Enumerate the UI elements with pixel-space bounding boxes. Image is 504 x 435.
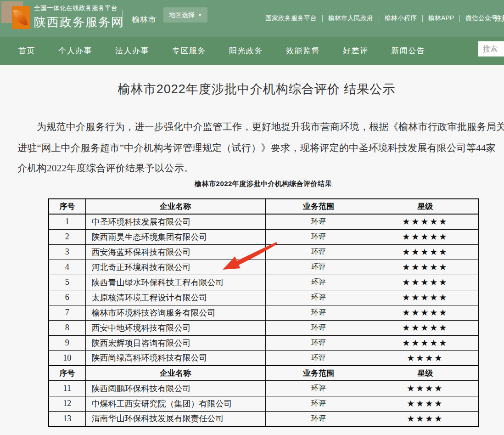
company-name: 榆林市环境科技咨询服务有限公司 (85, 305, 265, 320)
star-rating: ★★★★★ (372, 214, 479, 229)
row-index: 4 (49, 260, 85, 275)
announcement-paragraph-line: 介机构2022年度综合评价结果予以公示。 (17, 162, 194, 175)
logo-front-square (12, 6, 30, 29)
column-header: 业务范围 (265, 199, 372, 214)
link-separator (379, 15, 379, 22)
company-name: 陕西雨昊生态环境集团有限公司 (85, 229, 265, 244)
row-index: 13 (49, 411, 85, 426)
nav-item-3[interactable]: 法人办事 (115, 45, 149, 56)
site-logo[interactable] (1, 1, 31, 30)
column-header: 企业名称 (85, 366, 265, 381)
column-header: 业务范围 (265, 366, 372, 381)
star-rating: ★★★★ (372, 396, 479, 411)
company-name: 渭南华山环保科技发展有限责任公司 (85, 411, 265, 426)
business-scope: 环评 (265, 244, 372, 260)
region-select-label: 地区选择 (169, 11, 195, 19)
star-rating: ★★★★★ (372, 290, 479, 305)
table-row: 7榆林市环境科技咨询服务有限公司环评★★★★★ (49, 305, 479, 320)
business-scope: 环评 (265, 275, 372, 290)
table-row: 12中煤科工西安研究院（集团）有限公司环评★★★★ (49, 396, 479, 411)
nav-item-6[interactable]: 效能监督 (286, 45, 320, 56)
main-nav: 首页个人办事法人办事专区服务阳光政务效能监督好差评新闻公告 (0, 37, 504, 65)
table-row: 2陕西雨昊生态环境集团有限公司环评★★★★★ (49, 229, 479, 244)
results-table: 序号企业名称业务范围星级1中圣环境科技发展有限公司环评★★★★★2陕西雨昊生态环… (48, 198, 479, 427)
header-link[interactable]: 榆林APP (428, 14, 454, 23)
search-input[interactable] (478, 41, 504, 56)
row-index: 7 (49, 305, 85, 320)
star-rating: ★★★★ (372, 350, 479, 366)
page-title: 榆林市2022年度涉批中介机构综合评价 结果公示 (0, 81, 504, 97)
row-index: 9 (49, 335, 85, 350)
header-link[interactable]: 微信公众号 (465, 14, 498, 23)
link-separator (422, 15, 423, 22)
business-scope: 环评 (265, 305, 372, 320)
table-row: 6太原核清环境工程设计有限公司环评★★★★★ (49, 290, 479, 305)
header-link[interactable]: 榆林市人民政府 (328, 14, 373, 23)
column-header: 星级 (372, 366, 479, 381)
star-rating: ★★★★★ (372, 244, 479, 260)
site-header: 全国一体化在线政务服务平台 陕西政务服务网 榆林市 地区选择 ▼ 国家政务服务平… (0, 0, 504, 37)
platform-label: 全国一体化在线政务服务平台 (34, 4, 124, 12)
nav-item-7[interactable]: 好差评 (343, 45, 369, 56)
row-index: 2 (49, 229, 85, 244)
row-index: 12 (49, 396, 85, 411)
table-row: 13渭南华山环保科技发展有限责任公司环评★★★★ (49, 411, 479, 426)
announcement-paragraph-line: 进驻“网上中介服务超市”中介机构考评管理规定（试行）》要求，现将评定的中圣环境科… (17, 141, 496, 154)
business-scope: 环评 (265, 350, 372, 366)
company-name: 中圣环境科技发展有限公司 (85, 214, 265, 229)
table-row: 4河北奇正环境科技有限公司环评★★★★★ (49, 260, 479, 275)
row-index: 3 (49, 244, 85, 260)
business-scope: 环评 (265, 411, 372, 426)
star-rating: ★★★★ (372, 411, 479, 426)
site-title: 陕西政务服务网 (34, 14, 124, 30)
company-name: 西安中地环境科技有限公司 (85, 320, 265, 335)
brand-block: 全国一体化在线政务服务平台 陕西政务服务网 (34, 4, 124, 30)
business-scope: 环评 (265, 381, 372, 396)
nav-item-2[interactable]: 个人办事 (58, 45, 92, 56)
table-row: 10陕西尚绿高科环境科技有限公司环评★★★★ (49, 350, 479, 366)
row-index: 1 (49, 214, 85, 229)
nav-item-1[interactable]: 首页 (18, 45, 35, 56)
business-scope: 环评 (265, 396, 372, 411)
nav-item-5[interactable]: 阳光政务 (229, 45, 263, 56)
star-rating: ★★★★★ (372, 275, 479, 290)
link-separator (322, 15, 323, 22)
star-rating: ★★★★★ (372, 320, 479, 335)
table-row: 5陕西青山绿水环保科技工程有限公司环评★★★★★ (49, 275, 479, 290)
leaf-icon (13, 8, 28, 26)
company-name: 陕西宏辉项目咨询有限公司 (85, 335, 265, 350)
business-scope: 环评 (265, 320, 372, 335)
region-select-button[interactable]: 地区选择 ▼ (163, 7, 207, 23)
table-row: 11陕西阔鹏环保科技有限公司环评★★★★ (49, 381, 479, 396)
business-scope: 环评 (265, 229, 372, 244)
table-row: 9陕西宏辉项目咨询有限公司环评★★★★★ (49, 335, 479, 350)
nav-item-8[interactable]: 新闻公告 (392, 45, 426, 56)
page: 全国一体化在线政务服务平台 陕西政务服务网 榆林市 地区选择 ▼ 国家政务服务平… (0, 0, 504, 435)
table-row: 3西安海蓝环保科技有限公司环评★★★★★ (49, 244, 479, 260)
company-name: 河北奇正环境科技有限公司 (85, 260, 265, 275)
star-rating: ★★★★★ (372, 335, 479, 350)
company-name: 太原核清环境工程设计有限公司 (85, 290, 265, 305)
column-header: 企业名称 (85, 199, 265, 214)
table-header-row: 序号企业名称业务范围星级 (49, 366, 479, 381)
column-header: 序号 (49, 199, 85, 214)
row-index: 11 (49, 381, 85, 396)
company-name: 中煤科工西安研究院（集团）有限公司 (85, 396, 265, 411)
star-rating: ★★★★★ (372, 305, 479, 320)
header-link[interactable]: 榆林小程序 (385, 14, 417, 23)
company-name: 陕西尚绿高科环境科技有限公司 (85, 350, 265, 366)
chevron-down-icon: ▼ (198, 13, 202, 17)
header-links: 国家政务服务平台榆林市人民政府榆林小程序榆林APP微信公众号 (265, 0, 498, 37)
brand-divider (123, 10, 123, 27)
header-link[interactable]: 国家政务服务平台 (265, 14, 317, 23)
table-row: 1中圣环境科技发展有限公司环评★★★★★ (49, 214, 479, 229)
company-name: 西安海蓝环保科技有限公司 (85, 244, 265, 260)
company-name: 陕西青山绿水环保科技工程有限公司 (85, 275, 265, 290)
nav-item-4[interactable]: 专区服务 (172, 45, 206, 56)
business-scope: 环评 (265, 214, 372, 229)
register-link[interactable]: 注册 (495, 14, 504, 23)
current-city-label: 榆林市 (132, 14, 157, 25)
star-rating: ★★★★ (372, 381, 479, 396)
company-name: 陕西阔鹏环保科技有限公司 (85, 381, 265, 396)
star-rating: ★★★★★ (372, 229, 479, 244)
